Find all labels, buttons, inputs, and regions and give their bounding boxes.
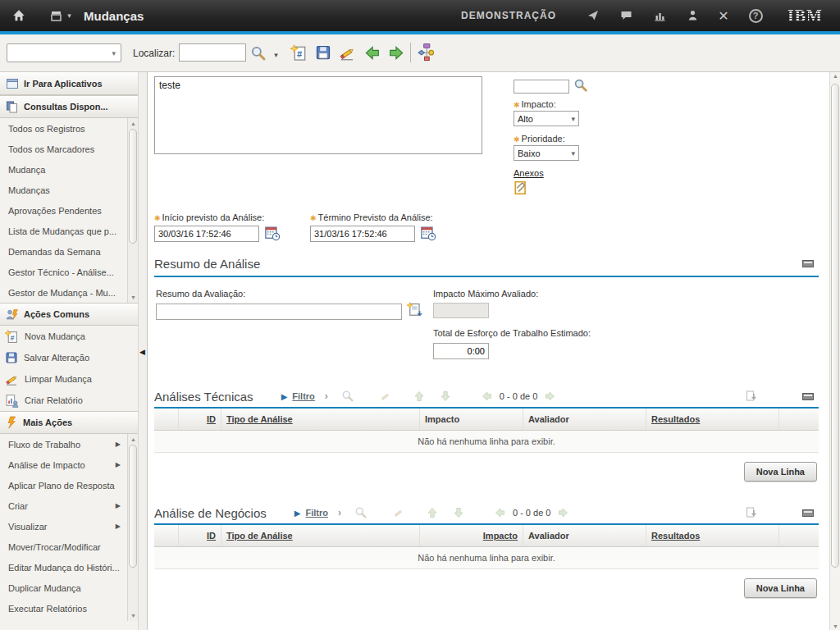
column-header-impact[interactable]: Impacto — [420, 525, 523, 546]
find-input[interactable] — [179, 43, 246, 62]
scroll-up-icon[interactable]: ▲ — [830, 73, 840, 79]
column-header-results[interactable]: Resultados — [646, 525, 779, 546]
move-row-down-icon[interactable] — [452, 506, 465, 519]
record-select[interactable]: ▾ — [7, 43, 121, 62]
column-header-impact[interactable]: Impacto — [420, 409, 523, 430]
more-action-item[interactable]: Visualizar ▶ — [0, 516, 127, 536]
filter-expand-icon[interactable]: ▶ — [294, 509, 301, 518]
query-item[interactable]: Lista de Mudanças que p... — [0, 221, 127, 241]
clear-button[interactable] — [336, 42, 358, 63]
change-search-input[interactable] — [514, 80, 569, 94]
column-header-evaluator[interactable]: Avaliador — [523, 409, 646, 430]
table-search-icon[interactable] — [354, 506, 368, 519]
queries-scrollbar[interactable]: ▲ ▼ — [127, 118, 138, 303]
attachments-link[interactable]: Anexos — [514, 168, 544, 178]
query-item[interactable]: Aprovações Pendentes — [0, 200, 127, 221]
help-button[interactable]: ? — [745, 0, 766, 31]
impact-select[interactable]: Alto ▾ — [514, 111, 579, 126]
previous-record-button[interactable] — [361, 42, 382, 63]
action-new-change[interactable]: # Nova Mudança — [0, 326, 127, 347]
change-search-button[interactable] — [573, 78, 588, 93]
effort-input[interactable] — [433, 343, 489, 359]
action-create-report[interactable]: Criar Relatório — [0, 390, 127, 411]
more-action-item[interactable]: Criar ▶ — [0, 495, 127, 516]
next-page-icon[interactable] — [544, 390, 557, 403]
scrollbar-thumb[interactable] — [831, 84, 839, 568]
profile-button[interactable] — [682, 0, 703, 31]
download-table-button[interactable] — [745, 390, 758, 403]
filter-expander-icon[interactable]: › — [338, 507, 341, 518]
action-clear-change[interactable]: Limpar Mudança — [0, 368, 127, 390]
column-header-results[interactable]: Resultados — [646, 409, 779, 430]
announcement-button[interactable] — [582, 0, 604, 31]
more-action-item[interactable]: Editar Mudança do Históri... — [0, 557, 127, 578]
action-save-change[interactable]: Salvar Alteração — [0, 347, 127, 368]
more-action-item[interactable]: Análise de Impacto ▶ — [0, 454, 127, 475]
priority-select[interactable]: Baixo ▾ — [514, 145, 579, 161]
column-header-id[interactable]: ID — [179, 525, 221, 546]
scrollbar-thumb[interactable] — [129, 445, 137, 568]
sidebar-section-common-actions[interactable]: Ações Comuns — [0, 303, 138, 326]
query-item[interactable]: Mudança — [0, 159, 127, 180]
new-row-button[interactable]: Nova Linha — [744, 578, 817, 598]
start-date-picker-button[interactable] — [264, 225, 281, 241]
sidebar-section-more-actions[interactable]: Mais Ações — [0, 411, 138, 434]
move-row-up-icon[interactable] — [413, 390, 426, 403]
next-record-button[interactable] — [386, 42, 407, 63]
more-action-item[interactable]: Mover/Trocar/Modificar — [0, 536, 127, 557]
logout-button[interactable]: ✕ — [713, 0, 734, 31]
table-edit-icon[interactable] — [392, 507, 404, 519]
query-item[interactable]: Demandas da Semana — [0, 241, 127, 262]
move-row-up-icon[interactable] — [426, 506, 439, 519]
review-summary-input[interactable] — [156, 304, 402, 320]
scrollbar-thumb[interactable] — [129, 129, 137, 244]
query-item[interactable]: Gestor de Mudança - Mu... — [0, 282, 127, 303]
main-scrollbar[interactable]: ▲ ▼ — [829, 72, 840, 630]
more-action-item[interactable]: Duplicar Mudança — [0, 578, 127, 598]
sidebar-splitter[interactable]: ◀ — [138, 72, 148, 630]
end-date-picker-button[interactable] — [420, 225, 436, 241]
collapse-sidebar-icon[interactable]: ◀ — [139, 348, 145, 356]
query-item[interactable]: Gestor Técnico - Análise... — [0, 262, 127, 282]
filter-link[interactable]: Filtro — [305, 508, 328, 518]
minimize-table-button[interactable] — [802, 389, 814, 404]
save-button[interactable] — [313, 42, 334, 63]
scroll-down-icon[interactable]: ▼ — [830, 623, 840, 629]
workflow-button[interactable] — [415, 41, 436, 62]
column-header-type[interactable]: Tipo de Análise — [221, 525, 420, 546]
previous-page-icon[interactable] — [493, 506, 506, 519]
more-action-item[interactable]: Aplicar Plano de Resposta — [0, 475, 127, 495]
more-action-item[interactable]: Executar Relatórios — [0, 598, 127, 619]
description-textarea[interactable]: teste — [154, 76, 482, 154]
filter-expander-icon[interactable]: › — [325, 390, 328, 402]
query-item[interactable]: Todos os Marcadores — [0, 139, 127, 159]
minimize-section-button[interactable] — [802, 256, 814, 271]
find-options-button[interactable]: ▾ — [269, 44, 281, 66]
find-button[interactable] — [248, 43, 269, 64]
column-header-id[interactable]: ID — [179, 409, 221, 430]
sidebar-item-go-apps[interactable]: Ir Para Aplicativos — [0, 72, 138, 95]
minimize-table-button[interactable] — [802, 505, 814, 520]
filter-expand-icon[interactable]: ▶ — [281, 392, 288, 401]
new-record-button[interactable]: # — [288, 42, 309, 63]
more-action-item[interactable]: Fluxo de Trabalho ▶ — [0, 434, 127, 454]
chat-button[interactable] — [615, 0, 637, 31]
end-date-input[interactable] — [310, 226, 415, 242]
sidebar-section-queries[interactable]: Consultas Dispon... — [0, 95, 138, 118]
reports-button[interactable] — [649, 0, 670, 31]
query-item[interactable]: Mudanças — [0, 180, 127, 200]
download-table-button[interactable] — [745, 506, 758, 519]
table-edit-icon[interactable] — [379, 390, 391, 403]
column-header-evaluator[interactable]: Avaliador — [523, 525, 646, 546]
filter-link[interactable]: Filtro — [292, 391, 315, 401]
move-row-down-icon[interactable] — [439, 390, 452, 403]
column-header-type[interactable]: Tipo de Análise — [221, 409, 420, 430]
attachments-button[interactable] — [514, 180, 528, 195]
more-actions-scrollbar[interactable]: ▲ ▼ — [127, 434, 138, 621]
query-item[interactable]: Todos os Registros — [0, 118, 127, 139]
start-date-input[interactable] — [154, 226, 259, 242]
next-page-icon[interactable] — [557, 506, 570, 519]
table-search-icon[interactable] — [341, 390, 354, 403]
home-button[interactable] — [8, 0, 30, 31]
previous-page-icon[interactable] — [480, 390, 493, 403]
